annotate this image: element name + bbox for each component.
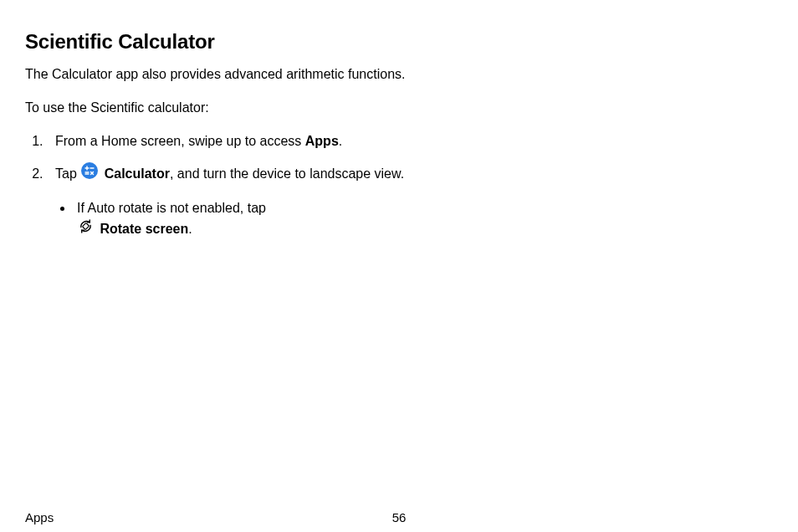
substep-1: If Auto rotate is not enabled, tap Rotat… [74,197,375,242]
rotate-screen-icon [78,218,94,241]
svg-rect-8 [82,223,89,229]
intro-paragraph: The Calculator app also provides advance… [25,65,418,84]
section-heading: Scientific Calculator [25,30,773,54]
step-2-text-pre: Tap [55,166,80,181]
lead-paragraph: To use the Scientific calculator: [25,99,773,117]
svg-point-0 [81,162,98,179]
substep-1-text-post: . [188,222,192,236]
step-2-text-post: , and turn the device to landscape view. [170,166,404,181]
step-2-bold: Calculator [105,166,170,181]
step-2: Tap Calculator, and turn the device to l… [47,163,407,242]
steps-list: From a Home screen, swipe up to access A… [30,131,773,242]
substep-1-bold: Rotate screen [100,222,188,236]
substeps-list: If Auto rotate is not enabled, tap Rotat… [55,197,407,242]
step-1: From a Home screen, swipe up to access A… [47,131,407,151]
substep-1-text-pre: If Auto rotate is not enabled, tap [77,201,266,215]
footer-section-label: Apps [25,510,54,524]
calculator-icon [81,162,98,185]
step-1-text-post: . [339,134,342,148]
step-1-text-pre: From a Home screen, swipe up to access [55,134,305,148]
step-1-bold: Apps [305,134,339,148]
footer-page-number: 56 [392,510,407,524]
